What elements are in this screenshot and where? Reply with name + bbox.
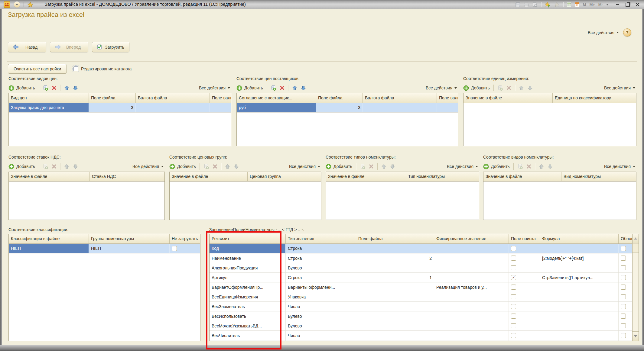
- column-header[interactable]: Поле валюты: [437, 93, 458, 103]
- table-cell[interactable]: [619, 292, 633, 301]
- table-cell[interactable]: [356, 311, 434, 321]
- all-actions-menu[interactable]: Все действия: [132, 164, 164, 169]
- table-cell[interactable]: [356, 331, 434, 340]
- table-cell[interactable]: [356, 340, 434, 341]
- copy-button[interactable]: [203, 164, 209, 169]
- move-up-button[interactable]: [64, 164, 69, 169]
- move-down-button[interactable]: [528, 85, 533, 91]
- table-row[interactable]: руб3: [237, 103, 458, 113]
- row-checkbox[interactable]: [511, 246, 516, 251]
- row-checkbox[interactable]: [511, 256, 516, 261]
- table-cell[interactable]: [619, 331, 633, 340]
- table-cell[interactable]: [509, 302, 540, 311]
- row-checkbox[interactable]: [511, 275, 516, 280]
- column-header[interactable]: Значение в файле: [463, 93, 553, 103]
- table-cell[interactable]: Булево: [286, 311, 356, 321]
- row-checkbox[interactable]: [621, 275, 626, 280]
- table-cell[interactable]: [540, 302, 619, 311]
- copy-button[interactable]: [360, 164, 365, 169]
- scroll-track[interactable]: [633, 253, 639, 331]
- copy-button[interactable]: [43, 85, 48, 91]
- column-header[interactable]: Соглашение с поставщик...: [237, 93, 316, 103]
- table-cell[interactable]: [619, 244, 633, 253]
- table-cell[interactable]: [434, 273, 509, 282]
- column-header[interactable]: Тип номенклатуры: [406, 172, 479, 181]
- table-cell[interactable]: Упаковка: [286, 292, 356, 301]
- table-row[interactable]: Закупка прайс для расчета3: [9, 103, 231, 113]
- table-cell[interactable]: [434, 253, 509, 263]
- table-cell[interactable]: Закупка прайс для расчета: [9, 103, 89, 112]
- column-header[interactable]: Значение в файле: [326, 172, 406, 181]
- table-cell[interactable]: Строка: [286, 253, 356, 263]
- table-cell[interactable]: [437, 103, 458, 112]
- column-header[interactable]: Поле файла: [356, 234, 434, 243]
- all-actions-menu[interactable]: Все действия: [289, 164, 320, 169]
- move-up-button[interactable]: [539, 164, 544, 169]
- delete-button[interactable]: [526, 164, 531, 169]
- add-button[interactable]: Добавить: [326, 164, 352, 169]
- table-cell[interactable]: [619, 340, 633, 341]
- column-header[interactable]: Поле файла: [89, 93, 136, 103]
- table-cell[interactable]: [356, 263, 434, 272]
- move-down-button[interactable]: [73, 164, 78, 169]
- move-down-button[interactable]: [390, 164, 395, 169]
- row-checkbox[interactable]: [511, 314, 516, 319]
- table-cell[interactable]: [619, 273, 633, 282]
- table-cell[interactable]: [434, 263, 509, 272]
- table-cell[interactable]: 3: [89, 103, 136, 112]
- column-header[interactable]: Поле файла: [316, 93, 363, 103]
- column-header[interactable]: Поле валюты: [210, 93, 231, 103]
- column-header[interactable]: Фиксированное значение: [434, 234, 509, 243]
- table-cell[interactable]: [509, 282, 540, 292]
- table-cell[interactable]: HILTI: [9, 244, 89, 253]
- column-header[interactable]: Вид цен: [9, 93, 89, 103]
- add-button[interactable]: Добавить: [483, 164, 510, 169]
- column-header[interactable]: Ценовая группа: [248, 172, 321, 181]
- table-cell[interactable]: [619, 263, 633, 272]
- table-cell[interactable]: Строка: [286, 273, 356, 282]
- column-header[interactable]: Группа номенклатуры: [89, 234, 170, 243]
- table-cell[interactable]: [619, 311, 633, 321]
- row-checkbox[interactable]: [621, 314, 626, 319]
- table-cell[interactable]: [540, 340, 619, 341]
- table-cell[interactable]: [2:модель]+" "+[4:кат]: [540, 253, 619, 263]
- table-cell[interactable]: 2: [356, 253, 434, 263]
- all-actions-menu[interactable]: Все действия: [604, 85, 635, 90]
- row-checkbox[interactable]: [621, 294, 626, 299]
- row-checkbox[interactable]: [621, 285, 626, 290]
- copy-button[interactable]: [497, 85, 503, 91]
- table-cell[interactable]: [619, 253, 633, 263]
- vertical-scrollbar[interactable]: [632, 234, 639, 341]
- column-header[interactable]: Обновить из файла: [619, 234, 633, 243]
- table-cell[interactable]: [619, 321, 633, 330]
- table-cell[interactable]: [434, 244, 509, 253]
- table-row[interactable]: HILTIHILTI: [9, 244, 200, 253]
- table-cell[interactable]: [356, 282, 434, 292]
- table-cell[interactable]: Строка: [286, 244, 356, 253]
- table-cell[interactable]: Число: [286, 331, 356, 340]
- table-cell[interactable]: [363, 103, 437, 112]
- column-header[interactable]: Формула: [540, 234, 619, 243]
- row-checkbox[interactable]: [621, 333, 626, 338]
- column-header[interactable]: Валюта файла: [136, 93, 210, 103]
- delete-button[interactable]: [213, 164, 217, 169]
- table-cell[interactable]: [509, 263, 540, 272]
- table-cell[interactable]: Да: [434, 340, 509, 341]
- add-button[interactable]: Добавить: [169, 164, 196, 169]
- column-header[interactable]: Единица по классификатору: [553, 93, 636, 103]
- delete-button[interactable]: [280, 85, 285, 90]
- row-checkbox[interactable]: [621, 246, 626, 251]
- move-up-button[interactable]: [292, 85, 297, 91]
- table-cell[interactable]: [540, 263, 619, 272]
- move-up-button[interactable]: [64, 85, 69, 91]
- add-button[interactable]: Добавить: [8, 164, 35, 169]
- table-cell[interactable]: [509, 311, 540, 321]
- column-header[interactable]: Значение в файле: [170, 172, 248, 181]
- scroll-down-button[interactable]: [633, 331, 639, 341]
- table-cell[interactable]: [356, 302, 434, 311]
- row-checkbox[interactable]: [621, 323, 626, 328]
- row-checkbox[interactable]: [172, 246, 177, 251]
- row-checkbox[interactable]: [511, 333, 516, 338]
- add-button[interactable]: Добавить: [236, 85, 263, 91]
- table-cell[interactable]: [619, 282, 633, 292]
